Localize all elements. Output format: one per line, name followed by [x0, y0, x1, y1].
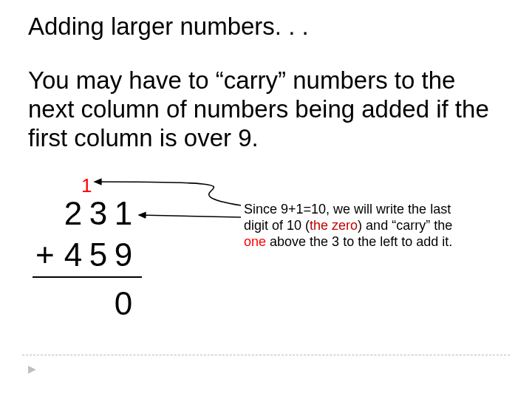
footer-divider	[22, 355, 510, 355]
slide: Adding larger numbers. . . You may have …	[0, 0, 532, 399]
slide-body-text: You may have to “carry” numbers to the n…	[28, 66, 501, 153]
explain-part2: ) and “carry” the	[358, 218, 452, 233]
answer-ones: 0	[111, 285, 136, 322]
plus-sign: +	[35, 236, 55, 273]
arrow-to-ones-icon	[139, 215, 241, 217]
addend1-ones: 1	[111, 195, 136, 232]
addition-rule-line	[33, 276, 142, 278]
footer-bullet-icon: ▶	[28, 363, 36, 375]
explain-one-word: one	[244, 234, 266, 249]
addend2-hundreds: 4	[61, 236, 86, 273]
explain-text: Since 9+1=10, we will write the last dig…	[244, 202, 466, 250]
addend1-hundreds: 2	[61, 195, 86, 232]
addend2-tens: 5	[86, 236, 111, 273]
explain-part3: above the 3 to the left to add it.	[266, 234, 452, 249]
carry-digit: 1	[81, 174, 92, 197]
addend1-tens: 3	[86, 195, 111, 232]
explain-zero-word: the zero	[310, 218, 358, 233]
slide-title: Adding larger numbers. . .	[28, 13, 309, 40]
addend2-ones: 9	[111, 236, 136, 273]
